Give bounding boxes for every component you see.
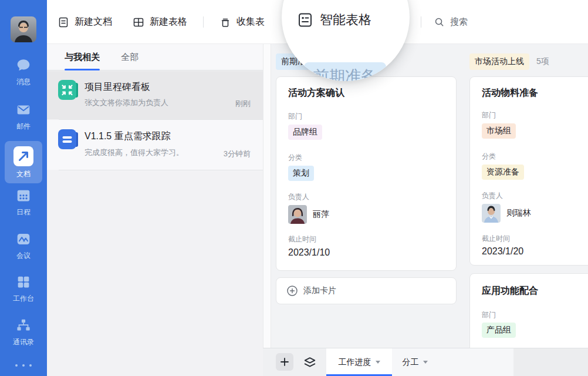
field-badge: 资源准备 — [482, 164, 524, 180]
sidebar-item-label: 通讯录 — [13, 338, 34, 345]
field-label: 部门 — [288, 112, 302, 122]
search-label: 搜索 — [450, 16, 468, 28]
collect-form-button[interactable]: 收集表 — [219, 0, 265, 44]
user-avatar-photo — [11, 16, 36, 42]
view-tab-division[interactable]: 分工 — [392, 348, 438, 376]
sidebar-item-messages[interactable]: 消息 — [0, 56, 47, 85]
new-doc-icon — [58, 16, 69, 28]
calendar-icon — [15, 187, 32, 204]
chevron-down-icon — [423, 361, 428, 364]
add-card-label: 添加卡片 — [303, 286, 336, 296]
field-label: 部门 — [482, 110, 496, 120]
field-badge: 市场组 — [482, 123, 516, 139]
user-avatar[interactable] — [11, 16, 36, 42]
field-label: 分类 — [482, 152, 496, 162]
collect-box-icon — [219, 16, 231, 28]
field-label: 负责人 — [288, 192, 309, 202]
sidebar-item-label: 邮件 — [16, 123, 31, 130]
kanban-card[interactable]: 活动方案确认 部门 品牌组 分类 策划 负责人 丽萍 截止时间 2023/1/1… — [276, 76, 457, 271]
new-sheet-icon — [133, 16, 144, 28]
person-field: 丽萍 — [288, 205, 329, 224]
view-tab-progress[interactable]: 工作进度 — [326, 348, 392, 376]
sidebar-item-meetings[interactable]: 会议 — [0, 230, 47, 259]
card-title: 活动方案确认 — [288, 87, 344, 99]
plus-circle-icon — [287, 286, 298, 296]
workbench-grid-icon — [15, 273, 32, 291]
list-item-title: 项目里程碑看板 — [85, 81, 150, 93]
new-sheet-button[interactable]: 新建表格 — [133, 0, 187, 44]
add-view-button[interactable] — [276, 353, 293, 371]
column-header-launch[interactable]: 市场活动上线 5项 — [469, 53, 549, 70]
list-item-subtitle: 张文文将你添加为负责人 — [85, 98, 168, 108]
kanban-board-icon — [58, 79, 79, 100]
person-name: 丽萍 — [313, 209, 329, 220]
org-chart-icon — [15, 317, 32, 334]
field-label: 负责人 — [482, 191, 503, 201]
bar-right-filler — [513, 348, 588, 376]
field-badge: 策划 — [288, 166, 314, 181]
list-item-time: 刚刚 — [235, 99, 251, 109]
view-tab-label: 工作进度 — [339, 357, 371, 368]
column-name-badge: 市场活动上线 — [469, 53, 529, 70]
sidebar: 消息 邮件 文档 日程 — [0, 0, 47, 376]
due-date-value: 2023/1/10 — [288, 247, 330, 258]
list-item-time: 3分钟前 — [224, 149, 251, 159]
meeting-icon — [15, 230, 32, 248]
view-list-button[interactable] — [302, 354, 318, 371]
smart-table-label: 智能表格 — [320, 11, 371, 29]
field-label: 截止时间 — [482, 234, 510, 244]
sidebar-item-workbench[interactable]: 工作台 — [0, 273, 47, 302]
sidebar-item-label: 文档 — [16, 170, 31, 177]
person-name: 则瑞林 — [506, 208, 531, 219]
field-label: 分类 — [288, 153, 302, 163]
toolbar-divider — [203, 16, 204, 28]
tab-related-to-me[interactable]: 与我相关 — [65, 52, 100, 63]
person-avatar — [288, 205, 307, 224]
sidebar-item-docs[interactable]: 文档 — [5, 141, 42, 183]
due-date-value: 2023/1/20 — [482, 246, 523, 257]
new-doc-button[interactable]: 新建文档 — [58, 0, 112, 44]
plus-icon — [280, 357, 289, 367]
field-badge: 品牌组 — [288, 125, 322, 140]
field-label: 部门 — [482, 310, 496, 320]
panel-tabs: 与我相关 全部 — [47, 44, 263, 70]
list-item-title: V1.1.5 重点需求跟踪 — [85, 130, 171, 143]
smart-table-button[interactable]: 智能表格 — [297, 11, 371, 29]
card-title: 活动物料准备 — [482, 87, 538, 99]
sidebar-item-label: 消息 — [16, 78, 31, 85]
list-divider — [59, 170, 263, 170]
kanban-board: 前期准备 活动方案确认 部门 品牌组 分类 策划 负责人 丽萍 截 — [271, 44, 588, 348]
sidebar-item-contacts[interactable]: 通讯录 — [0, 317, 47, 345]
docs-icon — [13, 146, 33, 166]
sidebar-item-label: 日程 — [16, 209, 31, 216]
doc-list-panel: 与我相关 全部 项目里程碑看板 张文文将你添加为负责人 刚刚 — [47, 44, 263, 376]
sidebar-item-mail[interactable]: 邮件 — [0, 101, 47, 130]
kanban-card[interactable]: 活动物料准备 部门 市场组 分类 资源准备 负责人 则瑞林 截止时间 — [469, 76, 588, 266]
sidebar-item-label: 会议 — [16, 252, 31, 259]
chevron-down-icon — [376, 361, 380, 364]
sidebar-item-label: 工作台 — [13, 295, 34, 302]
person-avatar — [482, 204, 501, 223]
search-icon — [434, 16, 445, 28]
view-tab-label: 分工 — [403, 357, 419, 368]
panel-scrollbar-gutter[interactable] — [263, 44, 271, 376]
tab-all[interactable]: 全部 — [121, 52, 138, 63]
view-switcher-bar: 工作进度 分工 — [263, 348, 588, 376]
list-item-subtitle: 完成度很高，值得大家学习。 — [85, 147, 184, 158]
ellipsis-icon — [13, 363, 33, 368]
search-button[interactable]: 搜索 — [434, 0, 468, 44]
layers-icon — [303, 355, 317, 370]
smart-table-icon — [297, 12, 313, 28]
new-sheet-label: 新建表格 — [150, 16, 187, 28]
sidebar-item-calendar[interactable]: 日程 — [0, 187, 47, 216]
list-item[interactable]: 项目里程碑看板 张文文将你添加为负责人 刚刚 — [47, 71, 263, 119]
sidebar-more-button[interactable] — [0, 363, 47, 368]
chat-bubble-icon — [15, 56, 32, 74]
field-badge: 产品组 — [482, 323, 516, 338]
collect-form-label: 收集表 — [236, 16, 265, 28]
add-card-button[interactable]: 添加卡片 — [276, 277, 457, 304]
document-icon — [58, 129, 79, 150]
list-item[interactable]: V1.1.5 重点需求跟踪 完成度很高，值得大家学习。 3分钟前 — [47, 120, 263, 170]
app-window: 消息 邮件 文档 日程 — [0, 0, 588, 376]
card-title: 应用功能配合 — [482, 285, 538, 297]
